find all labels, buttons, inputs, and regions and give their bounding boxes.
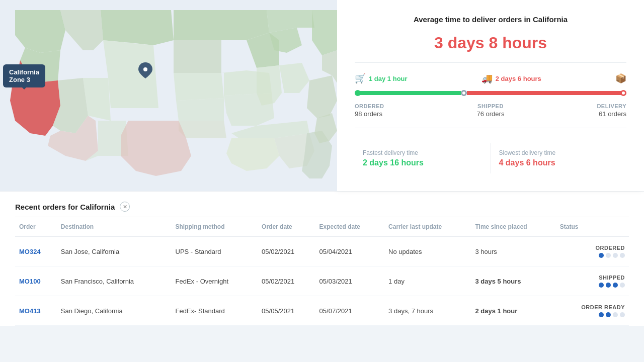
cell-carrier-update: 1 day (384, 266, 471, 296)
slowest-value: 4 days 6 hours (499, 158, 619, 167)
col-expected-date: Expected date (315, 217, 385, 237)
status-dot (613, 253, 618, 258)
status-dots (599, 253, 625, 258)
cell-shipping: UPS - Standard (172, 237, 258, 266)
dot-mid (461, 90, 467, 96)
cell-expected-date: 05/03/2021 (315, 266, 385, 296)
stage-delivery-label: DELIVERY (597, 103, 626, 109)
status-badge: SHIPPED (599, 275, 625, 281)
stage-delivery-value: 61 orders (597, 110, 626, 118)
avg-time: 3 days 8 hours (355, 34, 626, 52)
icon-group-ordered: 🛒 1 day 1 hour (355, 73, 408, 84)
slowest-delivery: Slowest delivery time 4 days 6 hours (491, 143, 627, 173)
cell-order-date: 05/02/2021 (258, 266, 315, 296)
cell-carrier-update: 3 days, 7 hours (384, 296, 471, 326)
status-dot (606, 283, 611, 288)
status-badge: ORDERED (595, 245, 625, 251)
stage-shipped-value: 76 orders (476, 110, 504, 118)
status-dot (599, 283, 604, 288)
order-link[interactable]: MO413 (19, 307, 41, 315)
cell-order[interactable]: MO324 (15, 237, 57, 266)
status-dot (620, 283, 625, 288)
stage-ordered-label: ORDERED (355, 103, 384, 109)
cell-shipping: FedEx- Standard (172, 296, 258, 326)
fastest-delivery: Fastest delivery time 2 days 16 hours (355, 143, 491, 173)
status-dots (599, 312, 625, 317)
cell-shipping: FedEx - Overnight (172, 266, 258, 296)
order-link[interactable]: MO100 (19, 278, 41, 285)
fastest-value: 2 days 16 hours (363, 158, 482, 167)
status-dot (613, 312, 618, 317)
status-badge: ORDER READY (581, 304, 625, 310)
stats-panel: Average time to deliver orders in Califo… (337, 0, 644, 191)
cell-time-since: 3 hours (471, 237, 555, 266)
stage-ordered: ORDERED 98 orders (355, 103, 384, 118)
cell-time-since: 3 days 5 hours (471, 266, 555, 296)
order-link[interactable]: MO324 (19, 248, 41, 255)
status-col: ORDERED (560, 245, 625, 258)
col-shipping: Shipping method (172, 217, 258, 237)
map-container: California Zone 3 (0, 0, 337, 191)
delivery-times: Fastest delivery time 2 days 16 hours Sl… (355, 143, 626, 173)
state-nd (174, 10, 221, 40)
status-dot (606, 312, 611, 317)
status-dot (620, 312, 625, 317)
cell-destination: San Jose, California (57, 237, 172, 266)
state-co (108, 78, 158, 108)
cell-order[interactable]: MO413 (15, 296, 57, 326)
truck-icon: 🚚 (481, 73, 493, 84)
dot-start (355, 90, 361, 96)
dot-end (620, 90, 626, 96)
cell-time-since: 2 days 1 hour (471, 296, 555, 326)
stage-delivery: DELIVERY 61 orders (597, 103, 626, 118)
status-dot (606, 253, 611, 258)
icon-group-delivery: 📦 (615, 73, 626, 84)
table-row: MO324 San Jose, California UPS - Standar… (15, 237, 629, 266)
status-col: SHIPPED (560, 275, 625, 288)
cell-order-date: 05/05/2021 (258, 296, 315, 326)
table-header: Order Destination Shipping method Order … (15, 217, 629, 237)
status-dot (620, 253, 625, 258)
state-ks (176, 98, 224, 121)
cell-carrier-update: No updates (384, 237, 471, 266)
us-map (0, 0, 337, 191)
state-ok (179, 121, 226, 138)
orders-table: Order Destination Shipping method Order … (15, 217, 629, 326)
table-header-row: Recent orders for California ✕ (15, 192, 629, 217)
icon-group-shipped: 🚚 2 days 6 hours (481, 73, 541, 84)
cell-destination: San Diego, California (57, 296, 172, 326)
cell-destination: San Francisco, California (57, 266, 172, 296)
stage-shipped: SHIPPED 76 orders (476, 103, 504, 118)
state-sd (174, 40, 221, 73)
table-title: Recent orders for California (15, 203, 115, 211)
divider2 (355, 128, 626, 128)
status-dot (599, 312, 604, 317)
state-ne (174, 73, 224, 101)
col-carrier-update: Carrier last update (384, 217, 471, 237)
segment1-label: 1 day 1 hour (369, 75, 408, 82)
segment2-label: 2 days 6 hours (496, 75, 541, 82)
cell-status: SHIPPED (556, 266, 629, 296)
cell-expected-date: 05/07/2021 (315, 296, 385, 326)
status-dots (599, 283, 625, 288)
cart-icon: 🛒 (355, 73, 366, 84)
status-dot (599, 253, 604, 258)
timeline-icons: 🛒 1 day 1 hour 🚚 2 days 6 hours 📦 (355, 73, 626, 84)
cell-status: ORDERED (556, 237, 629, 266)
close-button[interactable]: ✕ (120, 202, 130, 212)
table-row: MO413 San Diego, California FedEx- Stand… (15, 296, 629, 326)
cell-status: ORDER READY (556, 296, 629, 326)
stage-shipped-label: SHIPPED (476, 103, 504, 109)
timeline-section: 🛒 1 day 1 hour 🚚 2 days 6 hours 📦 (355, 73, 626, 118)
status-col: ORDER READY (560, 304, 625, 317)
bottom-section: Recent orders for California ✕ Order Des… (0, 191, 644, 326)
col-time-since: Time since placed (471, 217, 555, 237)
fastest-label: Fastest delivery time (363, 149, 482, 156)
state-mt (101, 10, 174, 45)
cell-order[interactable]: MO100 (15, 266, 57, 296)
box-icon: 📦 (615, 73, 626, 84)
slowest-label: Slowest delivery time (499, 149, 619, 156)
timeline-stages: ORDERED 98 orders SHIPPED 76 orders DELI… (355, 103, 626, 118)
status-dot (613, 283, 618, 288)
col-destination: Destination (57, 217, 172, 237)
